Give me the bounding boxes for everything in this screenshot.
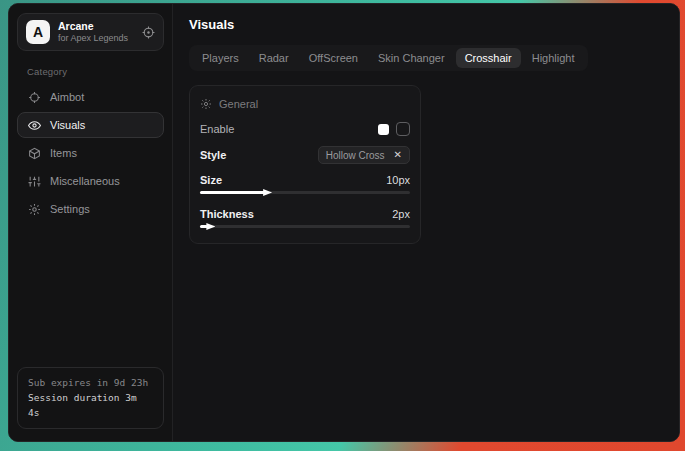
gear-icon — [200, 98, 212, 110]
color-swatch[interactable] — [378, 124, 389, 135]
sidebar-item-label: Miscellaneous — [50, 175, 120, 187]
visuals-tabbar: Players Radar OffScreen Skin Changer Cro… — [189, 45, 588, 71]
size-label: Size — [200, 174, 222, 186]
general-panel: General Enable Style Hollow Cross ✕ Size… — [189, 85, 421, 244]
slider-fill — [200, 191, 265, 194]
sidebar-item-label: Items — [50, 147, 77, 159]
logo-card: A Arcane for Apex Legends — [17, 13, 164, 51]
thickness-value: 2px — [392, 208, 410, 220]
panel-header: General — [200, 98, 410, 110]
style-row: Style Hollow Cross ✕ — [200, 146, 410, 164]
tab-crosshair[interactable]: Crosshair — [456, 48, 521, 68]
sliders-icon — [28, 175, 41, 188]
style-value: Hollow Cross — [326, 150, 385, 161]
page-title: Visuals — [189, 17, 663, 32]
size-row: Size 10px — [200, 174, 410, 186]
sidebar-item-miscellaneous[interactable]: Miscellaneous — [17, 168, 164, 194]
thickness-slider[interactable] — [200, 223, 410, 230]
panel-title: General — [219, 98, 258, 110]
app-identity: Arcane for Apex Legends — [58, 20, 134, 44]
app-window: A Arcane for Apex Legends Category Aimbo… — [8, 3, 680, 442]
size-slider[interactable] — [200, 189, 410, 196]
tab-offscreen[interactable]: OffScreen — [300, 48, 367, 68]
sidebar-item-settings[interactable]: Settings — [17, 196, 164, 222]
eye-icon — [28, 119, 41, 132]
subscription-card: Sub expires in 9d 23h Session duration 3… — [17, 367, 164, 429]
sub-expires-text: Sub expires in 9d 23h — [28, 375, 153, 390]
crosshair-icon — [28, 91, 41, 104]
enable-checkbox[interactable] — [396, 122, 410, 136]
style-label: Style — [200, 149, 226, 161]
sidebar-item-aimbot[interactable]: Aimbot — [17, 84, 164, 110]
category-label: Category — [27, 66, 154, 77]
thickness-label: Thickness — [200, 208, 254, 220]
sidebar-item-label: Aimbot — [50, 91, 84, 103]
tab-players[interactable]: Players — [193, 48, 248, 68]
slider-track — [200, 225, 410, 228]
style-select[interactable]: Hollow Cross ✕ — [318, 146, 410, 164]
main-content: Visuals Players Radar OffScreen Skin Cha… — [173, 4, 679, 441]
thickness-row: Thickness 2px — [200, 208, 410, 220]
tab-skin-changer[interactable]: Skin Changer — [369, 48, 454, 68]
app-logo: A — [26, 20, 50, 44]
sidebar-item-label: Visuals — [50, 119, 85, 131]
target-icon[interactable] — [142, 26, 155, 39]
box-icon — [28, 147, 41, 160]
app-subtitle: for Apex Legends — [58, 33, 134, 44]
app-name: Arcane — [58, 20, 134, 33]
size-value: 10px — [386, 174, 410, 186]
sidebar-item-visuals[interactable]: Visuals — [17, 112, 164, 138]
session-duration-text: Session duration 3m 4s — [28, 390, 153, 420]
sidebar-item-label: Settings — [50, 203, 90, 215]
enable-row: Enable — [200, 122, 410, 136]
tab-highlight[interactable]: Highlight — [523, 48, 584, 68]
tab-radar[interactable]: Radar — [250, 48, 298, 68]
clear-icon[interactable]: ✕ — [394, 150, 402, 160]
enable-label: Enable — [200, 123, 234, 135]
sidebar-item-items[interactable]: Items — [17, 140, 164, 166]
gear-icon — [28, 203, 41, 216]
sidebar: A Arcane for Apex Legends Category Aimbo… — [9, 4, 173, 441]
